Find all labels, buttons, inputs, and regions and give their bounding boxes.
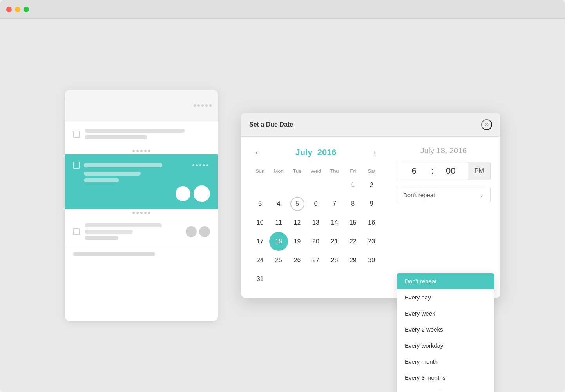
calendar: ‹ July 2016 › Sun Mon Tue Wed [251, 146, 381, 289]
calendar-day-21[interactable]: 21 [325, 232, 344, 251]
calendar-day-10[interactable]: 10 [251, 213, 269, 232]
mock-dot [203, 164, 205, 166]
repeat-option-every-2-weeks[interactable]: Every 2 weeks [397, 321, 494, 338]
repeat-option-every-workday[interactable]: Every workday [397, 338, 494, 354]
calendar-nav: ‹ July 2016 › [251, 146, 381, 159]
calendar-day-25[interactable]: 25 [269, 251, 288, 270]
time-picker[interactable]: 6 : 00 PM [397, 162, 491, 180]
calendar-day-empty [362, 270, 381, 289]
mock-avatar [199, 226, 210, 237]
calendar-day-22[interactable]: 22 [344, 232, 362, 251]
chevron-down-icon: ⌄ [479, 192, 484, 198]
calendar-day-13[interactable]: 13 [306, 213, 325, 232]
mock-avatars-4 [186, 226, 210, 237]
dialog-close-button[interactable]: × [481, 119, 492, 130]
calendar-day-30[interactable]: 30 [362, 251, 381, 270]
calendar-day-empty [251, 176, 269, 194]
mock-header [65, 90, 218, 121]
calendar-header-mon: Mon [269, 167, 288, 176]
calendar-grid: Sun Mon Tue Wed Thu Fri Sat [251, 167, 381, 289]
calendar-day-17[interactable]: 17 [251, 232, 269, 251]
mock-line [73, 252, 155, 256]
mock-header-dots [194, 104, 212, 107]
repeat-option-every-month[interactable]: Every month [397, 354, 494, 370]
calendar-day-empty [325, 176, 344, 194]
calendar-day-1[interactable]: 1 [344, 176, 362, 194]
calendar-header-fri: Fri [344, 167, 362, 176]
calendar-week-5: 24 25 26 27 28 29 30 [251, 251, 381, 270]
mock-checkbox-1 [73, 131, 80, 138]
maximize-traffic-light[interactable] [24, 7, 29, 12]
calendar-day-28[interactable]: 28 [325, 251, 344, 270]
calendar-header-tue: Tue [288, 167, 306, 176]
calendar-day-27[interactable]: 27 [306, 251, 325, 270]
calendar-week-4: 17 18 19 20 21 22 23 [251, 232, 381, 251]
calendar-day-18-selected[interactable]: 18 [269, 232, 288, 251]
calendar-day-11[interactable]: 11 [269, 213, 288, 232]
mock-row-active [65, 154, 218, 209]
calendar-week-2: 3 4 5 6 7 8 9 [251, 194, 381, 213]
mock-dot [209, 104, 212, 107]
calendar-day-31[interactable]: 31 [251, 270, 269, 289]
minimize-traffic-light[interactable] [15, 7, 20, 12]
calendar-day-19[interactable]: 19 [288, 232, 306, 251]
calendar-day-16[interactable]: 16 [362, 213, 381, 232]
calendar-day-23[interactable]: 23 [362, 232, 381, 251]
time-minutes[interactable]: 00 [434, 166, 468, 176]
calendar-day-20[interactable]: 20 [306, 232, 325, 251]
calendar-day-7[interactable]: 7 [325, 194, 344, 213]
repeat-dropdown[interactable]: Don't repeat ⌄ Don't repeat Every day Ev… [397, 187, 491, 203]
calendar-body: 1 2 3 4 5 6 7 8 9 [251, 176, 381, 289]
time-hour[interactable]: 6 [397, 166, 431, 176]
repeat-option-every-3-months[interactable]: Every 3 months [397, 370, 494, 386]
calendar-day-2[interactable]: 2 [362, 176, 381, 194]
repeat-select-button[interactable]: Don't repeat ⌄ [397, 187, 491, 203]
calendar-day-empty [269, 176, 288, 194]
mock-dot [136, 150, 139, 152]
repeat-select-label: Don't repeat [403, 192, 435, 198]
calendar-day-14[interactable]: 14 [325, 213, 344, 232]
calendar-day-empty [306, 176, 325, 194]
calendar-day-8[interactable]: 8 [344, 194, 362, 213]
calendar-day-empty [269, 270, 288, 289]
mock-row-4 [65, 216, 218, 247]
calendar-day-6[interactable]: 6 [306, 194, 325, 213]
mock-checkbox-4 [73, 228, 80, 235]
mock-dot [140, 150, 143, 152]
repeat-option-every-week[interactable]: Every week [397, 305, 494, 321]
mock-dot [206, 164, 208, 166]
repeat-option-every-6-months[interactable]: Every 6 months [397, 386, 494, 392]
mock-line [84, 172, 141, 176]
title-bar [0, 0, 565, 19]
calendar-day-29[interactable]: 29 [344, 251, 362, 270]
mock-dot [132, 212, 135, 214]
calendar-week-1: 1 2 [251, 176, 381, 194]
repeat-option-every-day[interactable]: Every day [397, 289, 494, 305]
mock-line [85, 129, 185, 133]
close-traffic-light[interactable] [6, 7, 12, 12]
calendar-week-3: 10 11 12 13 14 15 16 [251, 213, 381, 232]
calendar-day-4[interactable]: 4 [269, 194, 288, 213]
calendar-day-empty [306, 270, 325, 289]
calendar-day-5[interactable]: 5 [288, 194, 306, 213]
calendar-header-sat: Sat [362, 167, 381, 176]
calendar-prev-button[interactable]: ‹ [251, 146, 263, 159]
calendar-day-9[interactable]: 9 [362, 194, 381, 213]
calendar-day-3[interactable]: 3 [251, 194, 269, 213]
selected-date-display: July 18, 2016 [397, 146, 491, 155]
window-chrome: Set a Due Date × ‹ July 2016 › [0, 0, 565, 392]
repeat-dropdown-menu: Don't repeat Every day Every week Every … [397, 273, 494, 392]
calendar-month-year: July 2016 [295, 147, 336, 158]
calendar-day-26[interactable]: 26 [288, 251, 306, 270]
mock-row-1 [65, 121, 218, 147]
set-due-date-dialog: Set a Due Date × ‹ July 2016 › [241, 113, 500, 298]
repeat-option-dont-repeat[interactable]: Don't repeat [397, 273, 494, 289]
time-ampm[interactable]: PM [468, 162, 490, 180]
calendar-next-button[interactable]: › [368, 146, 381, 159]
calendar-day-12[interactable]: 12 [288, 213, 306, 232]
calendar-day-24[interactable]: 24 [251, 251, 269, 270]
date-time-panel: July 18, 2016 6 : 00 PM Don't repeat ⌄ [397, 146, 491, 289]
calendar-day-15[interactable]: 15 [344, 213, 362, 232]
mock-dot [197, 104, 200, 107]
mock-line [84, 163, 162, 167]
